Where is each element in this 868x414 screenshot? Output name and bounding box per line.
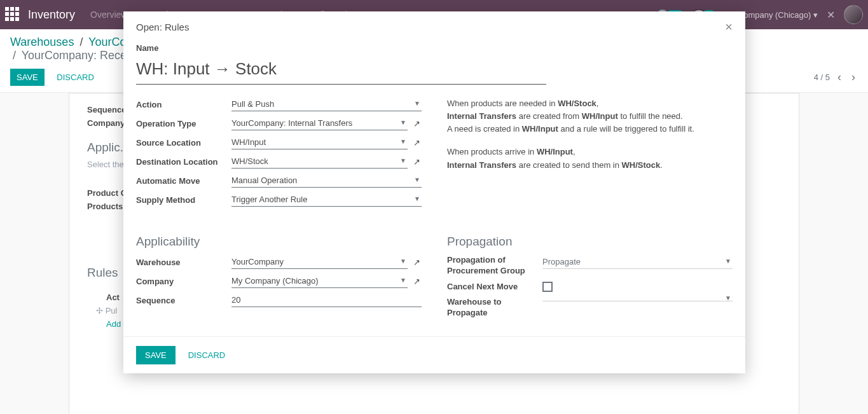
save-button[interactable]: Save bbox=[10, 69, 45, 86]
supply-method-label: Supply Method bbox=[136, 195, 231, 205]
app-brand[interactable]: Inventory bbox=[28, 8, 75, 22]
avatar[interactable] bbox=[844, 5, 863, 24]
rule-description-2: When products arrive in WH/Input, Intern… bbox=[447, 146, 733, 171]
name-label: Name bbox=[136, 43, 733, 53]
discard-button[interactable]: Discard bbox=[50, 69, 100, 86]
name-input[interactable] bbox=[136, 57, 546, 85]
pager-next-icon[interactable]: › bbox=[849, 71, 858, 84]
supply-method-select[interactable]: ▼ bbox=[231, 193, 422, 207]
propagation-group-select[interactable]: Propagate ▼ bbox=[542, 255, 733, 269]
warehouse-propagate-select[interactable]: ▼ bbox=[542, 297, 733, 301]
destination-location-select[interactable]: ▼ bbox=[231, 155, 408, 169]
operation-type-select[interactable]: ▼ bbox=[231, 116, 408, 130]
warehouse-propagate-label: Warehouse to Propagate bbox=[447, 297, 542, 319]
external-link-icon[interactable]: ↗ bbox=[411, 119, 422, 128]
rules-modal: Open: Rules × Name Action ▼ bbox=[123, 11, 745, 373]
applicability-title: Applicability bbox=[136, 235, 422, 249]
debug-icon[interactable]: ✕ bbox=[827, 9, 835, 21]
crumb-warehouses[interactable]: Warehouses bbox=[10, 36, 74, 48]
propagation-group-label: Propagation of Procurement Group bbox=[447, 255, 542, 277]
external-link-icon[interactable]: ↗ bbox=[411, 277, 422, 286]
close-icon[interactable]: × bbox=[725, 20, 733, 33]
external-link-icon[interactable]: ↗ bbox=[411, 258, 422, 267]
modal-save-button[interactable]: Save bbox=[136, 346, 176, 364]
cancel-next-label: Cancel Next Move bbox=[447, 282, 542, 291]
automatic-move-select[interactable]: ▼ bbox=[231, 174, 422, 188]
warehouse-label: Warehouse bbox=[136, 258, 231, 267]
pager-text: 4 / 5 bbox=[814, 72, 830, 82]
company-label: Company bbox=[136, 277, 231, 286]
cancel-next-checkbox[interactable] bbox=[542, 282, 553, 292]
sequence-input[interactable] bbox=[231, 293, 422, 307]
pager: 4 / 5 ‹ › bbox=[814, 71, 858, 84]
nav-overview[interactable]: Overview bbox=[90, 10, 127, 20]
apps-icon[interactable] bbox=[5, 7, 20, 22]
rule-description-1: When products are needed in WH/Stock, In… bbox=[447, 97, 733, 135]
operation-type-label: Operation Type bbox=[136, 119, 231, 128]
automatic-move-label: Automatic Move bbox=[136, 176, 231, 186]
crumb-receive: YourCompany: Rece... bbox=[22, 49, 136, 62]
sequence-label: Sequence bbox=[136, 296, 231, 305]
external-link-icon[interactable]: ↗ bbox=[411, 138, 422, 148]
modal-title: Open: Rules bbox=[136, 22, 189, 32]
action-label: Action bbox=[136, 100, 231, 109]
source-location-select[interactable]: ▼ bbox=[231, 135, 408, 149]
warehouse-select[interactable]: ▼ bbox=[231, 255, 408, 269]
company-select[interactable]: ▼ bbox=[231, 274, 408, 288]
pager-prev-icon[interactable]: ‹ bbox=[835, 71, 844, 84]
destination-location-label: Destination Location bbox=[136, 157, 231, 167]
source-location-label: Source Location bbox=[136, 138, 231, 148]
modal-discard-button[interactable]: Discard bbox=[182, 346, 232, 364]
external-link-icon[interactable]: ↗ bbox=[411, 157, 422, 167]
propagation-title: Propagation bbox=[447, 235, 733, 249]
action-select[interactable]: ▼ bbox=[231, 97, 422, 111]
